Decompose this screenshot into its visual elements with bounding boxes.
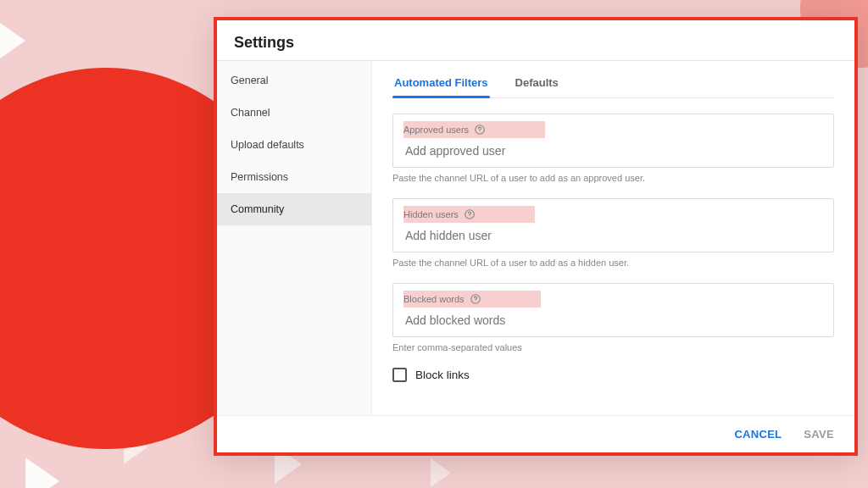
approved-users-group: Approved users Paste the channel URL of …	[392, 114, 834, 183]
hidden-users-label: Hidden users	[403, 209, 459, 219]
save-button[interactable]: SAVE	[800, 423, 837, 446]
blocked-words-highlight: Blocked words	[403, 291, 541, 308]
bg-play-icon	[431, 458, 451, 487]
svg-point-1	[480, 131, 481, 132]
svg-point-5	[475, 301, 476, 302]
svg-point-3	[469, 216, 470, 217]
help-icon[interactable]	[474, 124, 486, 136]
blocked-words-field[interactable]: Blocked words	[392, 283, 834, 337]
help-icon[interactable]	[464, 208, 476, 220]
tab-bar: Automated Filters Defaults	[392, 69, 834, 98]
dialog-title: Settings	[234, 34, 837, 52]
approved-users-input[interactable]	[403, 143, 826, 158]
bg-play-icon	[0, 17, 25, 64]
sidebar-item-community[interactable]: Community	[217, 193, 371, 225]
settings-sidebar: General Channel Upload defaults Permissi…	[217, 61, 372, 415]
dialog-footer: CANCEL SAVE	[217, 415, 854, 452]
block-links-label: Block links	[415, 369, 470, 381]
approved-users-hint: Paste the channel URL of a user to add a…	[392, 173, 834, 183]
bg-play-icon	[25, 458, 59, 488]
sidebar-item-channel[interactable]: Channel	[217, 97, 371, 129]
help-icon[interactable]	[470, 293, 481, 305]
dialog-body: General Channel Upload defaults Permissi…	[217, 61, 854, 415]
cancel-button[interactable]: CANCEL	[731, 423, 785, 446]
blocked-words-group: Blocked words Enter comma-separated valu…	[392, 283, 834, 352]
hidden-users-input[interactable]	[403, 228, 826, 243]
blocked-words-label: Blocked words	[403, 294, 465, 304]
dialog-header: Settings	[217, 20, 854, 60]
block-links-checkbox-row[interactable]: Block links	[392, 368, 834, 382]
blocked-words-input[interactable]	[403, 313, 826, 328]
block-links-checkbox[interactable]	[392, 368, 407, 382]
approved-users-highlight: Approved users	[403, 121, 545, 138]
sidebar-item-upload-defaults[interactable]: Upload defaults	[217, 129, 371, 161]
sidebar-item-permissions[interactable]: Permissions	[217, 161, 371, 193]
sidebar-item-general[interactable]: General	[217, 64, 371, 97]
approved-users-label: Approved users	[403, 125, 469, 135]
tab-defaults[interactable]: Defaults	[514, 69, 560, 97]
tab-automated-filters[interactable]: Automated Filters	[392, 69, 490, 97]
hidden-users-group: Hidden users Paste the channel URL of a …	[392, 198, 834, 268]
settings-dialog: Settings General Channel Upload defaults…	[214, 17, 858, 456]
hidden-users-hint: Paste the channel URL of a user to add a…	[392, 258, 834, 268]
hidden-users-field[interactable]: Hidden users	[392, 198, 834, 252]
hidden-users-highlight: Hidden users	[403, 206, 535, 223]
blocked-words-hint: Enter comma-separated values	[392, 342, 834, 352]
settings-content: Automated Filters Defaults Approved user…	[372, 61, 854, 415]
approved-users-field[interactable]: Approved users	[392, 114, 834, 168]
